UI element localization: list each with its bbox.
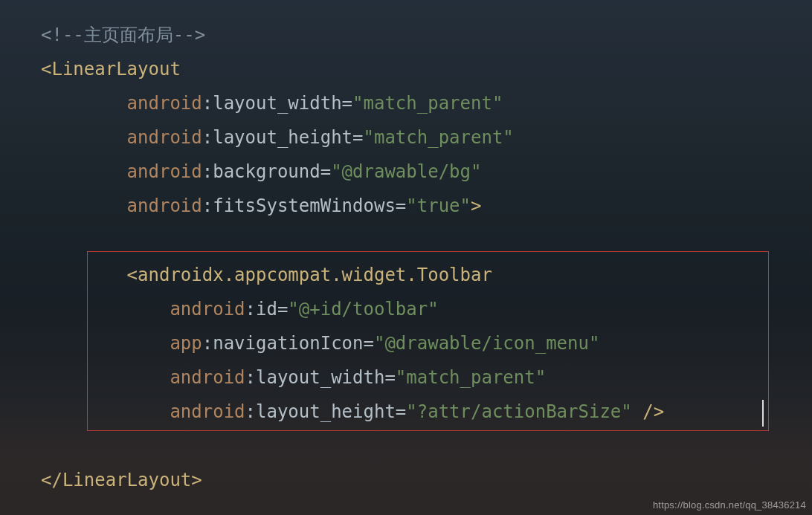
val-icon-menu: "@drawable/icon_menu" [374, 333, 599, 354]
angle-close: > [471, 195, 481, 216]
comment-text: 主页面布局 [84, 25, 173, 45]
comment-open: <!-- [41, 25, 84, 45]
ns-android: android [127, 195, 202, 216]
indent [41, 333, 170, 354]
tag-linearlayout: LinearLayout [51, 59, 180, 80]
attr-navigationicon: navigationIcon [213, 333, 363, 354]
attr-layout-width: layout_width [213, 93, 341, 114]
colon: : [245, 367, 256, 388]
colon: : [202, 195, 213, 216]
self-close: /> [632, 401, 664, 422]
val-id-toolbar: "@+id/toolbar" [288, 299, 438, 320]
attr-layout-width: layout_width [256, 367, 384, 388]
indent [41, 127, 127, 148]
ns-android: android [170, 401, 245, 422]
equals: = [320, 161, 331, 182]
indent [41, 93, 127, 114]
colon: : [202, 127, 213, 148]
val-match-parent: "match_parent" [364, 127, 514, 148]
indent [41, 367, 170, 388]
colon: : [202, 93, 213, 114]
comment-close: --> [173, 25, 205, 45]
equals: = [277, 299, 288, 320]
ns-android: android [170, 299, 245, 320]
equals: = [352, 127, 363, 148]
angle-open: < [127, 265, 138, 285]
indent [41, 299, 170, 320]
equals: = [384, 367, 395, 388]
attr-id: id [256, 299, 277, 320]
colon: : [245, 299, 256, 320]
attr-layout-height: layout_height [213, 127, 352, 148]
val-true: "true" [406, 195, 471, 216]
equals: = [342, 93, 352, 114]
val-match-parent: "match_parent" [396, 367, 546, 388]
val-match-parent: "match_parent" [352, 93, 503, 114]
indent [41, 161, 127, 182]
colon: : [245, 401, 256, 422]
ns-android: android [127, 161, 202, 182]
code-block: <!--主页面布局--> <LinearLayout android:layou… [41, 18, 664, 497]
attr-background: background [213, 161, 320, 182]
angle-open: < [41, 59, 51, 80]
colon: : [202, 161, 213, 182]
tag-toolbar: androidx.appcompat.widget.Toolbar [138, 265, 492, 285]
equals: = [364, 333, 374, 354]
ns-android: android [127, 127, 202, 148]
ns-app: app [170, 333, 202, 354]
watermark-text: https://blog.csdn.net/qq_38436214 [653, 499, 806, 511]
colon: : [202, 333, 213, 354]
ns-android: android [127, 93, 202, 114]
equals: = [396, 401, 406, 422]
val-actionbar: "?attr/actionBarSize" [406, 401, 631, 422]
indent [41, 401, 170, 422]
attr-fitssystemwindows: fitsSystemWindows [213, 195, 396, 216]
val-drawable-bg: "@drawable/bg" [331, 161, 481, 182]
equals: = [396, 195, 406, 216]
tag-linearlayout-close: </LinearLayout> [41, 470, 202, 490]
ns-android: android [170, 367, 245, 388]
attr-layout-height: layout_height [256, 401, 396, 422]
indent [41, 265, 127, 285]
indent [41, 195, 127, 216]
